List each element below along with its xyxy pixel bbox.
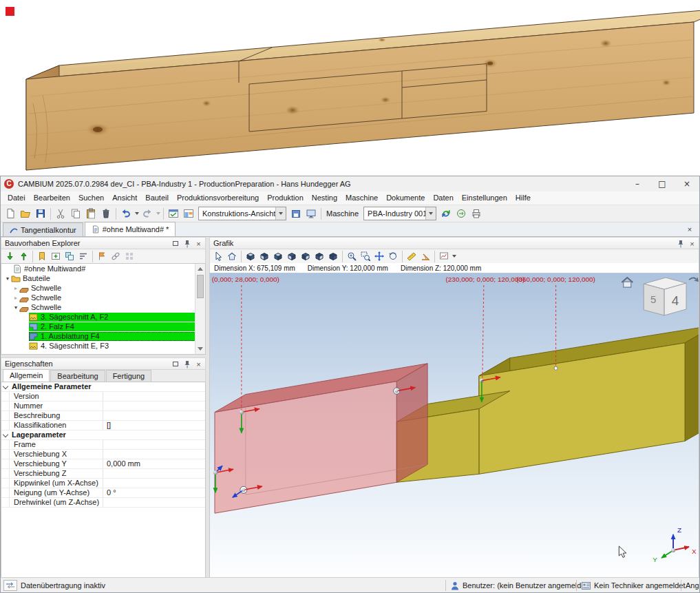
nav-cube[interactable]: 5 4 bbox=[644, 278, 686, 315]
property-row-nummer[interactable]: Nummer bbox=[1, 402, 205, 411]
undo-button[interactable] bbox=[118, 207, 134, 221]
tree-item-ausblattung[interactable]: 1. Ausblattung F4 bbox=[1, 331, 205, 341]
menu-bearbeiten[interactable]: Bearbeiten bbox=[30, 191, 74, 205]
monitor-view-button[interactable] bbox=[304, 207, 319, 221]
view-left-button[interactable] bbox=[285, 250, 299, 262]
flag-button[interactable] bbox=[95, 250, 109, 262]
edit-structure-button[interactable] bbox=[49, 250, 63, 262]
explorer-header[interactable]: Bauvorhaben Explorer × bbox=[1, 237, 206, 249]
explorer-close-button[interactable]: × bbox=[193, 238, 204, 249]
property-row-klassifikationen[interactable]: Klassifikationen[] bbox=[1, 421, 205, 430]
tree-item-saegeschnitt-3[interactable]: 3. Sägeschnitt A, F2 bbox=[1, 312, 205, 322]
scroll-up-icon[interactable] bbox=[198, 267, 203, 271]
window-layout-button[interactable] bbox=[181, 207, 196, 221]
view-right-button[interactable] bbox=[299, 250, 312, 262]
orbit-button[interactable] bbox=[386, 250, 400, 262]
menu-dokumente[interactable]: Dokumente bbox=[382, 191, 429, 205]
pan-button[interactable] bbox=[372, 250, 386, 262]
property-row-neigung[interactable]: Neigung (um Y-Achse)0 ° bbox=[1, 488, 205, 498]
tab-allgemein[interactable]: Allgemein bbox=[3, 369, 50, 382]
menu-nesting[interactable]: Nesting bbox=[308, 191, 341, 205]
bookmark-button[interactable] bbox=[35, 250, 49, 262]
multi-select-button[interactable] bbox=[63, 250, 76, 262]
properties-pin-button[interactable] bbox=[182, 359, 192, 369]
chevron-collapsed-icon[interactable] bbox=[12, 295, 19, 301]
tree-item-schwelle-3[interactable]: Schwelle bbox=[1, 302, 205, 312]
tab-ohne-multiwand[interactable]: #ohne Multiwand# * bbox=[85, 222, 176, 236]
properties-float-button[interactable] bbox=[170, 359, 180, 369]
chevron-expanded-icon[interactable] bbox=[12, 304, 19, 311]
tree-item-falz[interactable]: 2. Falz F4 bbox=[1, 322, 205, 331]
save-button[interactable] bbox=[33, 207, 48, 221]
explorer-pin-button[interactable] bbox=[182, 238, 192, 249]
grafik-pin-button[interactable] bbox=[675, 238, 686, 249]
view-iso-button[interactable] bbox=[244, 250, 257, 262]
view-combo-dropdown-icon[interactable] bbox=[275, 207, 286, 220]
menu-hilfe[interactable]: Hilfe bbox=[511, 191, 535, 205]
property-row-drehwinkel[interactable]: Drehwinkel (um Z-Achse) bbox=[1, 498, 205, 508]
properties-close-button[interactable]: × bbox=[193, 359, 204, 369]
view-top-button[interactable] bbox=[271, 250, 285, 262]
grafik-more-dropdown[interactable] bbox=[451, 249, 457, 264]
redo-dropdown[interactable] bbox=[155, 207, 161, 221]
chevron-collapsed-icon[interactable] bbox=[12, 285, 19, 291]
menu-einstellungen[interactable]: Einstellungen bbox=[458, 191, 511, 205]
menu-suchen[interactable]: Suchen bbox=[74, 191, 108, 205]
zoom-in-button[interactable] bbox=[345, 250, 359, 262]
undo-dropdown[interactable] bbox=[134, 207, 140, 221]
save-view-button[interactable] bbox=[288, 207, 304, 221]
navigate-back-button[interactable] bbox=[3, 250, 17, 262]
data-transfer-button[interactable] bbox=[454, 207, 469, 221]
tree-item-bauteile[interactable]: Bauteile bbox=[1, 273, 205, 283]
tree-item-saegeschnitt-4[interactable]: 4. Sägeschnitt E, F3 bbox=[1, 341, 205, 351]
menu-daten[interactable]: Daten bbox=[429, 191, 457, 205]
ruler-button[interactable] bbox=[405, 250, 418, 262]
grafik-header[interactable]: Grafik × bbox=[209, 237, 699, 249]
settings-button[interactable] bbox=[123, 250, 136, 262]
menu-ansicht[interactable]: Ansicht bbox=[108, 191, 141, 205]
titlebar[interactable]: C CAMBIUM 2025.07.0.2984 dev_CI - PBA-In… bbox=[1, 176, 699, 191]
property-value[interactable]: 0,000 mm bbox=[103, 459, 205, 468]
navigate-forward-button[interactable] bbox=[17, 250, 30, 262]
sort-button[interactable] bbox=[76, 250, 90, 262]
viewport-3d[interactable]: (0,000; 28,000; 0,000) (230,000; 0,000; … bbox=[209, 273, 699, 578]
zoom-window-button[interactable] bbox=[359, 250, 372, 262]
maximize-button[interactable]: □ bbox=[650, 176, 675, 191]
cut-button[interactable] bbox=[53, 207, 68, 221]
print-machine-button[interactable] bbox=[469, 207, 484, 221]
section-allgemeine-parameter[interactable]: Allgemeine Parameter bbox=[1, 382, 205, 392]
minimize-button[interactable]: – bbox=[625, 176, 650, 191]
home-view-button[interactable] bbox=[225, 250, 239, 262]
scroll-thumb[interactable] bbox=[197, 275, 204, 298]
section-lageparameter[interactable]: Lageparameter bbox=[1, 430, 205, 440]
new-file-button[interactable] bbox=[3, 207, 18, 221]
tab-bearbeitung[interactable]: Bearbeitung bbox=[50, 370, 105, 382]
property-row-verschiebung-y[interactable]: Verschiebung Y0,000 mm bbox=[1, 459, 205, 469]
property-row-verschiebung-x[interactable]: Verschiebung X bbox=[1, 450, 205, 459]
property-value[interactable]: [] bbox=[103, 421, 205, 430]
snapshot-button[interactable] bbox=[437, 250, 451, 262]
property-row-verschiebung-z[interactable]: Verschiebung Z bbox=[1, 469, 205, 479]
scroll-down-icon[interactable] bbox=[198, 347, 203, 351]
explorer-float-button[interactable] bbox=[170, 238, 180, 249]
property-row-version[interactable]: Version bbox=[1, 392, 205, 402]
tab-tangentialkontur[interactable]: Tangentialkontur bbox=[3, 222, 83, 236]
view-manager-button[interactable] bbox=[166, 207, 181, 221]
menu-bauteil[interactable]: Bauteil bbox=[141, 191, 173, 205]
angle-button[interactable] bbox=[418, 250, 432, 262]
menu-datei[interactable]: Datei bbox=[3, 191, 30, 205]
property-row-beschreibung[interactable]: Beschreibung bbox=[1, 411, 205, 421]
view-combo[interactable]: Konstruktions-Ansicht bbox=[198, 207, 286, 220]
select-cursor-button[interactable] bbox=[211, 250, 225, 262]
tab-close-button[interactable]: × bbox=[684, 224, 695, 235]
tree-item-schwelle-2[interactable]: Schwelle bbox=[1, 293, 205, 302]
copy-button[interactable] bbox=[68, 207, 83, 221]
property-row-frame[interactable]: Frame bbox=[1, 440, 205, 450]
view-bottom-button[interactable] bbox=[326, 250, 340, 262]
menu-produktionsvorbereitung[interactable]: Produktionsvorbereitung bbox=[173, 191, 263, 205]
section-collapse-icon[interactable] bbox=[3, 383, 8, 388]
tree-item-schwelle-1[interactable]: Schwelle bbox=[1, 283, 205, 293]
redo-button[interactable] bbox=[140, 207, 155, 221]
tree-scrollbar[interactable] bbox=[195, 264, 205, 354]
chevron-expanded-icon[interactable] bbox=[4, 275, 11, 282]
